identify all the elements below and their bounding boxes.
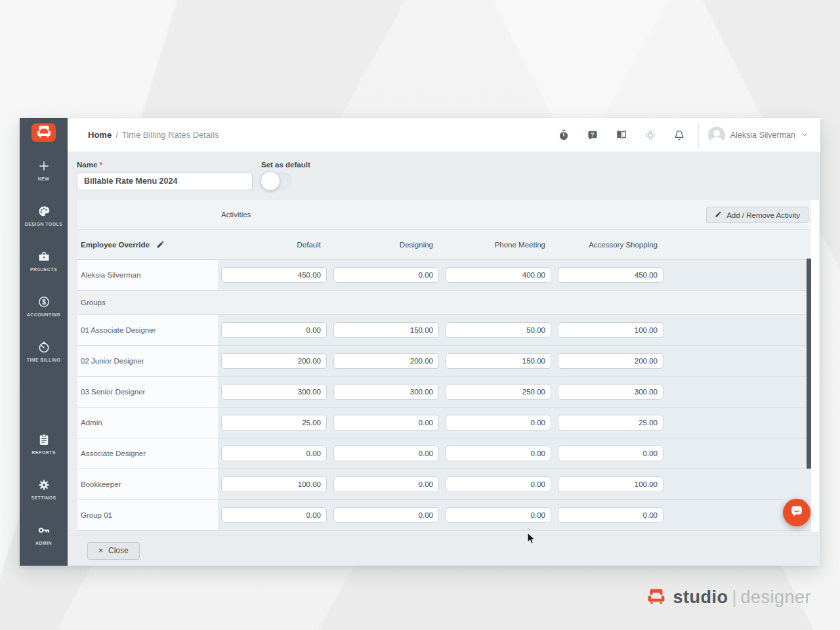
page-title: Time Billing Rates Details [122, 130, 219, 140]
timer-icon[interactable] [558, 129, 570, 141]
community-icon[interactable] [644, 129, 656, 141]
add-remove-activity-button[interactable]: Add / Remove Activity [706, 207, 808, 223]
sidebar-item-label: TIME BILLING [27, 358, 60, 362]
activities-title: Activities [221, 211, 251, 219]
rate-input-designing[interactable] [333, 267, 439, 283]
rate-input-default[interactable] [221, 322, 327, 338]
rate-input-phone-meeting[interactable] [446, 267, 551, 283]
sidebar-item-label: REPORTS [32, 450, 56, 455]
svg-text:$: $ [42, 299, 46, 306]
set-as-default-toggle[interactable] [261, 173, 292, 190]
avatar [708, 127, 725, 144]
sidebar-item-label: ADMIN [35, 541, 52, 545]
rate-input-accessory-shopping[interactable] [558, 267, 663, 283]
rate-input-designing[interactable] [333, 353, 439, 369]
sidebar-item-accounting[interactable]: $ ACCOUNTING [20, 295, 68, 340]
sidebar-item-admin[interactable]: ADMIN [20, 523, 68, 568]
rate-input-default[interactable] [221, 267, 327, 283]
brand-studio-text: studio [673, 587, 728, 608]
rate-input-accessory-shopping[interactable] [558, 353, 663, 369]
dollar-icon: $ [37, 295, 51, 309]
topbar: Home / Time Billing Rates Details ? [68, 118, 820, 152]
rate-input-accessory-shopping[interactable] [558, 507, 663, 523]
sidebar-item-settings[interactable]: SETTINGS [20, 478, 68, 523]
sidebar-item-reports[interactable]: REPORTS [20, 432, 68, 478]
brand-designer-text: designer [740, 587, 811, 608]
sidebar-item-projects[interactable]: PROJECTS [20, 249, 68, 295]
palette-icon [37, 204, 51, 219]
notifications-bell-icon[interactable] [673, 129, 685, 141]
row-label: Bookkeeper [77, 469, 218, 499]
guide-book-icon[interactable] [616, 129, 627, 141]
breadcrumb-home-link[interactable]: Home [88, 130, 112, 140]
sidebar-item-label: PROJECTS [30, 267, 57, 272]
scrollbar-track[interactable] [811, 200, 819, 532]
app-logo[interactable] [32, 123, 56, 142]
chat-widget-button[interactable] [783, 499, 810, 526]
close-button[interactable]: × Close [87, 542, 140, 560]
stopwatch-icon [37, 340, 51, 354]
help-icon[interactable]: ? [587, 129, 598, 141]
rate-input-default[interactable] [221, 384, 327, 400]
sidebar-item-new[interactable]: NEW [20, 159, 68, 204]
rate-input-default[interactable] [221, 446, 327, 461]
rate-input-designing[interactable] [333, 322, 439, 338]
table-row: Group 01 [77, 500, 819, 531]
chat-bubble-icon [789, 503, 805, 522]
row-label: Associate Designer [77, 438, 218, 469]
toggle-knob [261, 172, 280, 190]
topbar-icons: ? [558, 129, 685, 141]
sidebar-item-design-tools[interactable]: DESIGN TOOLS [20, 204, 68, 249]
rate-input-phone-meeting[interactable] [446, 446, 551, 461]
rate-input-accessory-shopping[interactable] [558, 322, 663, 338]
employee-override-label: Employee Override [81, 241, 150, 249]
edit-pencil-icon[interactable] [156, 240, 165, 249]
column-header-row: Employee Override Default Designing Phon… [77, 230, 819, 260]
rate-input-phone-meeting[interactable] [446, 415, 551, 430]
sidebar-item-label: ACCOUNTING [27, 312, 60, 317]
rate-input-default[interactable] [221, 476, 327, 492]
rate-input-accessory-shopping[interactable] [558, 446, 663, 461]
armchair-brand-icon [646, 586, 666, 608]
rates-table: Activities Add / Remove Activity Employe… [77, 200, 819, 532]
rate-input-accessory-shopping[interactable] [558, 415, 663, 430]
user-name: Aleksia Silverman [730, 131, 795, 140]
svg-text:?: ? [591, 131, 594, 137]
rate-input-designing[interactable] [333, 446, 439, 461]
breadcrumb: Home / Time Billing Rates Details [88, 130, 219, 140]
table-row: Aleksia Silverman [77, 260, 819, 291]
sidebar-nav: NEW DESIGN TOOLS [20, 159, 68, 568]
column-header-designing: Designing [333, 241, 439, 249]
column-header-phone-meeting: Phone Meeting [446, 241, 551, 249]
close-icon: × [98, 546, 103, 555]
rate-input-default[interactable] [221, 507, 327, 523]
rate-input-accessory-shopping[interactable] [558, 476, 663, 492]
rates-table-rows: Aleksia Silverman Groups 01 Associate De… [77, 260, 819, 531]
rate-input-phone-meeting[interactable] [446, 476, 551, 492]
chevron-down-icon [801, 129, 808, 141]
user-menu[interactable]: Aleksia Silverman [708, 127, 808, 144]
name-input[interactable] [77, 172, 253, 190]
rate-input-default[interactable] [221, 415, 327, 430]
row-label: Group 01 [77, 500, 218, 530]
pencil-icon [715, 211, 722, 219]
rate-input-phone-meeting[interactable] [446, 384, 551, 400]
section-label: Groups [81, 299, 106, 306]
rate-input-default[interactable] [221, 353, 327, 369]
rate-input-designing[interactable] [333, 415, 439, 430]
rate-input-phone-meeting[interactable] [446, 507, 551, 523]
rate-input-designing[interactable] [333, 507, 439, 523]
scrollbar-thumb[interactable] [807, 259, 811, 469]
rate-input-phone-meeting[interactable] [446, 322, 551, 338]
rate-input-phone-meeting[interactable] [446, 353, 551, 369]
sidebar-item-label: DESIGN TOOLS [25, 222, 63, 226]
sidebar: NEW DESIGN TOOLS [20, 118, 68, 566]
rate-input-accessory-shopping[interactable] [558, 384, 663, 400]
studio-designer-logo: studio | designer [646, 586, 811, 608]
row-label: 02 Junior Designer [77, 346, 218, 376]
sidebar-item-time-billing[interactable]: TIME BILLING [20, 340, 68, 385]
rate-input-designing[interactable] [333, 476, 439, 492]
table-row: Bookkeeper [77, 469, 819, 500]
rate-menu-form: Name * Set as default [68, 152, 820, 200]
rate-input-designing[interactable] [333, 384, 439, 400]
